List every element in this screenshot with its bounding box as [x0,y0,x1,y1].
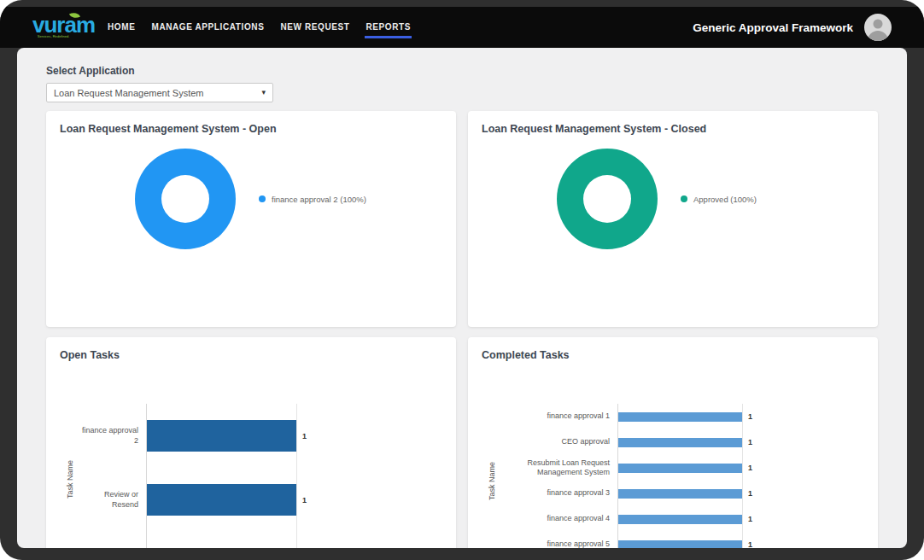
nav-item-home[interactable]: HOME [107,17,136,38]
app-window: vuram Services, Redefined. HOMEMANAGE AP… [0,0,924,560]
user-avatar[interactable] [864,14,892,41]
gridline [742,404,743,548]
person-icon [864,14,892,41]
donut-ring [557,149,658,249]
reports-page: Select Application Loan Request Manageme… [17,48,907,548]
bar-row: CEO approval1 [502,429,864,455]
plot-area: finance approval 11CEO approval1Resubmit… [502,404,864,548]
bar-row: Resubmit Loan Request Management System1 [502,455,864,481]
legend-label: finance approval 2 (100%) [272,195,366,204]
bar-track: 1 [146,468,442,532]
bar-track: 1 [146,404,442,468]
bar [617,489,742,499]
nav-item-reports[interactable]: REPORTS [365,17,412,38]
card-closed-requests: Loan Request Management System - Closed … [468,111,878,327]
select-application-label: Select Application [46,65,878,77]
bar-track: 1 [617,506,864,532]
y-axis-title: Task Name [482,404,502,548]
bar-track: 1 [617,429,864,455]
bar-row: Review or Resend1 [80,468,442,532]
application-select-value: Loan Request Management System [54,88,261,98]
bar-value-label: 1 [302,432,307,440]
top-navbar: vuram Services, Redefined. HOMEMANAGE AP… [0,7,924,48]
gridline [296,404,297,548]
bar-track: 1 [617,404,864,429]
bar [146,420,296,452]
category-label: Review or Resend [80,490,138,510]
nav-items: HOMEMANAGE APPLICATIONSNEW REQUESTREPORT… [107,17,412,38]
bar [617,464,742,473]
logo-tagline: Services, Redefined. [38,35,80,38]
bar [617,412,742,422]
bar [617,540,742,549]
bar-value-label: 1 [302,496,307,505]
legend-label: Approved (100%) [693,195,757,204]
bar-row: finance approval 51 [502,532,864,548]
donut-chart-closed: Approved (100%) [482,149,864,249]
bar-row: finance approval 11 [502,404,864,429]
vuram-logo[interactable]: vuram Services, Redefined. [32,15,95,40]
bar-value-label: 1 [748,489,752,498]
y-axis-line [617,404,618,548]
category-label: finance approval 4 [502,514,610,523]
card-completed-tasks: Completed Tasks Task Name finance approv… [468,337,878,548]
bar-row: finance approval 21 [80,404,442,468]
bar [146,484,296,516]
category-label: finance approval 1 [502,411,610,421]
category-label: finance approval 2 [80,426,138,446]
bar-value-label: 1 [748,438,752,446]
nav-item-new-request[interactable]: NEW REQUEST [279,17,350,38]
bar [617,515,742,524]
bar-value-label: 1 [748,412,752,421]
nav-item-manage-applications[interactable]: MANAGE APPLICATIONS [150,17,265,38]
plot-area: finance approval 21Review or Resend1 [80,404,442,548]
legend-dot [681,195,687,202]
donut-ring [135,149,236,249]
card-title: Completed Tasks [482,349,864,361]
y-axis-title: Task Name [60,404,80,548]
chevron-down-icon: ▾ [261,89,266,96]
bar-track: 1 [617,481,864,506]
logo-text: vuram [32,15,95,35]
bar-row: finance approval 41 [502,506,864,532]
y-axis-line [146,404,147,548]
navbar-right: Generic Approval Framework [693,14,892,41]
card-open-tasks: Open Tasks Task Name finance approval 21… [46,337,456,548]
category-label: finance approval 3 [502,488,610,498]
donut-chart-open: finance approval 2 (100%) [60,149,442,249]
bar-chart-open-tasks: Task Name finance approval 21Review or R… [60,404,442,548]
legend-item: finance approval 2 (100%) [259,195,366,204]
bar-value-label: 1 [748,515,752,523]
bar [617,438,742,447]
category-label: CEO approval [502,437,610,446]
card-title: Loan Request Management System - Closed [482,123,864,135]
card-title: Open Tasks [60,349,442,361]
bar-chart-completed-tasks: Task Name finance approval 11CEO approva… [482,404,864,548]
card-open-requests: Loan Request Management System - Open fi… [46,111,456,327]
bar-row: finance approval 31 [502,481,864,506]
category-label: Resubmit Loan Request Management System [502,458,610,478]
application-select[interactable]: Loan Request Management System ▾ [46,83,273,102]
cards-grid: Loan Request Management System - Open fi… [46,111,878,548]
bar-value-label: 1 [748,540,752,548]
card-title: Loan Request Management System - Open [60,123,442,135]
category-label: finance approval 5 [502,540,610,548]
bar-track: 1 [617,455,864,481]
framework-title: Generic Approval Framework [693,21,853,34]
bar-value-label: 1 [748,464,752,472]
legend-dot [259,195,266,202]
bar-track: 1 [617,532,864,548]
legend-item: Approved (100%) [681,195,757,204]
